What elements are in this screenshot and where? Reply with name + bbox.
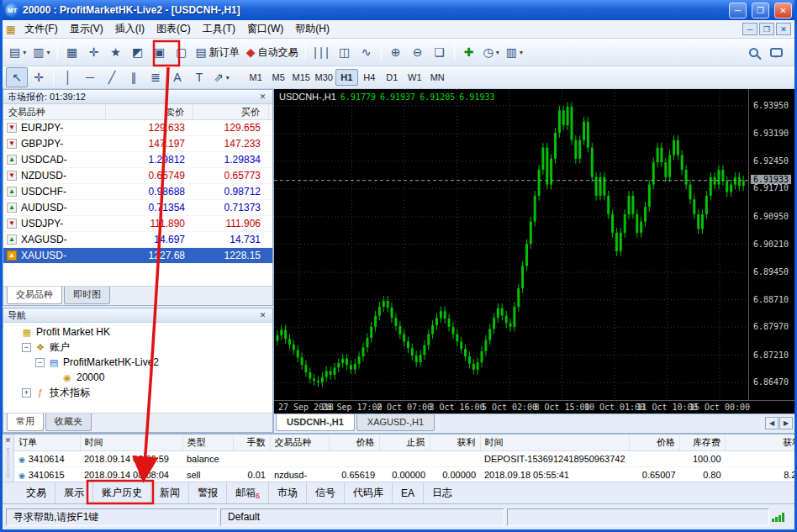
chat-icon[interactable] xyxy=(770,48,783,57)
market-watch-row[interactable]: ▲USDCAD-1.298121.29834 xyxy=(3,152,272,168)
close-icon[interactable]: ✕ xyxy=(257,310,268,321)
column-header[interactable]: 订单 xyxy=(14,435,80,450)
tree-item-server[interactable]: −▤ProfitMarketHK-Live2 xyxy=(3,355,272,370)
restore-button[interactable]: ❐ xyxy=(752,3,769,18)
column-bid[interactable]: 卖价 xyxy=(106,104,193,119)
mdi-restore-button[interactable]: ❐ xyxy=(759,23,774,35)
close-button[interactable]: ✕ xyxy=(774,3,792,18)
navigator-tab-favorites[interactable]: 收藏夹 xyxy=(45,413,92,431)
market-watch-row[interactable]: ▼GBPJPY-147.197147.233 xyxy=(3,136,272,152)
timeframe-d1[interactable]: D1 xyxy=(381,69,404,86)
column-header[interactable]: 价格 xyxy=(329,435,379,450)
market-watch-button[interactable]: ▦ xyxy=(61,42,83,62)
collapse-icon[interactable]: − xyxy=(22,343,31,352)
crosshair-button[interactable]: ✛ xyxy=(28,67,50,87)
market-watch-row[interactable]: ▼USDJPY-111.890111.906 xyxy=(3,216,272,232)
chart-plot[interactable]: USDCNH-,H16.917796.919376.912056.91933 xyxy=(274,89,748,400)
column-header[interactable]: 库存费 xyxy=(680,435,726,450)
terminal-tab-signals[interactable]: 信号 xyxy=(306,482,344,504)
templates-button[interactable]: ▥▾ xyxy=(503,42,526,62)
tree-item-account-20000[interactable]: ◉20000 xyxy=(3,370,272,385)
data-window-button[interactable]: ✛ xyxy=(83,42,105,62)
menu-view[interactable]: 显示(V) xyxy=(64,20,109,38)
timeframe-h4[interactable]: H4 xyxy=(358,69,381,86)
terminal-tab-mailbox[interactable]: 邮箱6 xyxy=(226,482,268,504)
minimize-button[interactable]: ─ xyxy=(729,3,747,18)
terminal-tab-code-base[interactable]: 代码库 xyxy=(344,482,392,504)
horizontal-line-button[interactable]: ─ xyxy=(79,67,101,87)
chart-window-button[interactable]: ▢ xyxy=(171,42,193,62)
indicators-button[interactable]: ✚ xyxy=(458,42,480,62)
status-profile[interactable]: Default xyxy=(220,508,504,526)
terminal-tab-market[interactable]: 市场 xyxy=(268,482,306,504)
navigator-button[interactable]: ★ xyxy=(105,42,127,62)
arrows-button[interactable]: ⇗▾ xyxy=(210,67,233,87)
column-header[interactable]: 时间 xyxy=(480,435,630,450)
new-chart-button[interactable]: ▤▾ xyxy=(6,42,29,62)
column-header[interactable]: 获利 xyxy=(726,435,794,450)
menu-charts[interactable]: 图表(C) xyxy=(150,20,197,38)
text-button[interactable]: A xyxy=(166,67,188,87)
navigator-tab-common[interactable]: 常用 xyxy=(7,413,44,431)
menu-file[interactable]: 文件(F) xyxy=(18,20,63,38)
chart-tab-usdcnh-h1[interactable]: USDCNH-,H1 xyxy=(276,414,355,431)
new-order-button[interactable]: ▤新订单 xyxy=(193,42,243,62)
order-row[interactable]: ◉34106152018.09.14 08:08:04sell0.01nzdus… xyxy=(14,466,794,482)
terminal-tab-experts[interactable]: EA xyxy=(392,483,423,503)
column-header[interactable]: 时间 xyxy=(80,435,182,450)
equidistant-channel-button[interactable]: ∥ xyxy=(123,67,145,87)
market-watch-row[interactable]: ▼NZDUSD-0.657490.65773 xyxy=(3,168,272,184)
column-symbol[interactable]: 交易品种 xyxy=(3,104,106,119)
market-watch-row[interactable]: ▲XAGUSD-14.69714.731 xyxy=(3,232,272,248)
collapse-icon[interactable]: − xyxy=(35,358,45,367)
candlestick-chart[interactable] xyxy=(274,89,748,400)
menu-help[interactable]: 帮助(H) xyxy=(289,20,335,38)
menu-tools[interactable]: 工具(T) xyxy=(197,20,241,38)
close-icon[interactable]: ✕ xyxy=(5,435,12,445)
timeframe-h1[interactable]: H1 xyxy=(335,69,358,86)
menu-insert[interactable]: 插入(I) xyxy=(109,20,150,38)
column-header[interactable]: 获利 xyxy=(430,435,480,450)
order-row[interactable]: ◉34106142018.09.14 08:06:59balanceDEPOSI… xyxy=(14,450,794,466)
search-icon[interactable] xyxy=(749,48,758,57)
market-watch-tab-symbols[interactable]: 交易品种 xyxy=(7,287,62,304)
periods-button[interactable]: ◷▾ xyxy=(480,42,503,62)
line-chart-button[interactable]: ∿ xyxy=(356,42,377,62)
menu-window[interactable]: 窗口(W) xyxy=(241,20,289,38)
panel-grip[interactable] xyxy=(7,448,9,478)
tile-windows-button[interactable]: ❏ xyxy=(429,42,451,62)
tab-scroll-right-icon[interactable]: ▶ xyxy=(779,417,793,429)
profiles-button[interactable]: ▥▾ xyxy=(29,42,53,62)
expand-icon[interactable]: + xyxy=(22,388,31,398)
cursor-button[interactable]: ↖ xyxy=(6,67,28,87)
zoom-in-button[interactable]: ⊕ xyxy=(385,42,407,62)
column-ask[interactable]: 买价 xyxy=(193,104,269,119)
time-axis[interactable]: 27 Sep 201828 Sep 17:002 Oct 07:003 Oct … xyxy=(274,400,794,413)
column-header[interactable]: 手数 xyxy=(233,435,270,450)
timeframe-m5[interactable]: M5 xyxy=(267,69,290,86)
market-watch-row[interactable]: ▲AUDUSD-0.713540.71373 xyxy=(3,200,272,216)
autotrading-button[interactable]: ◆自动交易 xyxy=(243,42,302,62)
market-watch-row[interactable]: ▼EURJPY-129.633129.655 xyxy=(3,120,272,136)
text-label-button[interactable]: T xyxy=(188,67,210,87)
tab-scroll-left-icon[interactable]: ◀ xyxy=(765,417,779,429)
market-watch-row[interactable]: ▲XAUUSD-1227.681228.15 xyxy=(3,248,272,264)
tree-item-broker-root[interactable]: ▦Profit Market HK xyxy=(3,324,272,340)
vertical-line-button[interactable]: │ xyxy=(57,67,79,87)
column-header[interactable]: 价格 xyxy=(630,435,680,450)
column-header[interactable]: 交易品种 xyxy=(270,435,329,450)
tree-item-indicators[interactable]: +ƒ技术指标 xyxy=(3,385,272,400)
timeframe-w1[interactable]: W1 xyxy=(404,69,426,86)
fibonacci-button[interactable]: ≣ xyxy=(145,67,166,87)
terminal-tab-account-history[interactable]: 账户历史 xyxy=(92,482,150,504)
tree-item-accounts[interactable]: −❖账户 xyxy=(3,340,272,355)
column-header[interactable]: 类型 xyxy=(182,435,233,450)
market-watch-row[interactable]: ▲USDCHF-0.986880.98712 xyxy=(3,184,272,200)
terminal-tab-alerts[interactable]: 警报 xyxy=(188,482,226,504)
column-header[interactable]: 止损 xyxy=(379,435,430,450)
chart-tab-xagusd-h1[interactable]: XAGUSD-,H1 xyxy=(356,414,435,431)
terminal-tab-news[interactable]: 新闻 xyxy=(150,482,188,504)
terminal-button[interactable]: ▣ xyxy=(149,42,171,62)
terminal-tab-exposure[interactable]: 展示 xyxy=(55,482,92,504)
bar-chart-button[interactable]: ∣∣∣ xyxy=(309,42,334,62)
